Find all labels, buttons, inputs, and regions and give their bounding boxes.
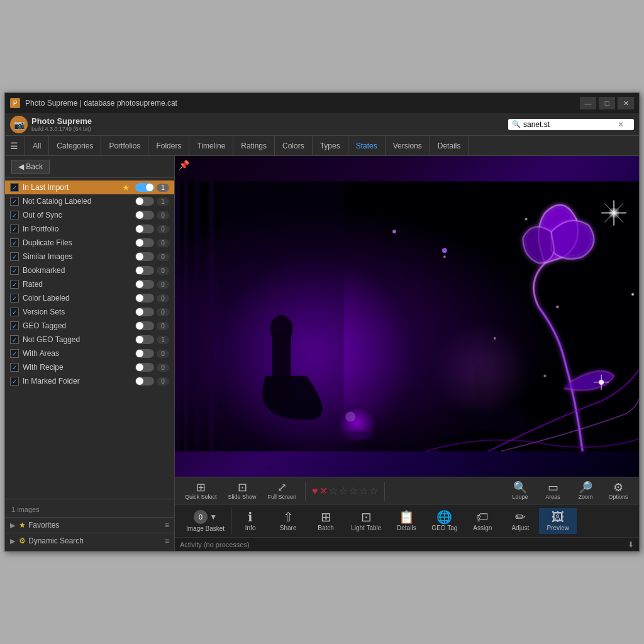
star-3[interactable]: ☆ [349, 485, 358, 497]
heart-rating[interactable]: ♥ [312, 486, 318, 497]
checkbox-bookmarked: ✓ [10, 266, 19, 275]
tab-ratings[interactable]: Ratings [233, 136, 275, 156]
header-row: 📷 Photo Supreme build 4.3.0.1749 (64 bit… [5, 113, 639, 136]
filter-duplicate-files[interactable]: ✓ Duplicate Files 0 [5, 236, 174, 250]
checkbox-version-sets: ✓ [10, 308, 19, 316]
toggle-switch-version-sets[interactable] [135, 308, 154, 316]
favorites-menu-icon[interactable]: ≡ [165, 521, 169, 530]
toggle-out-of-sync: 0 [133, 211, 169, 219]
search-input[interactable] [523, 120, 618, 129]
star-4[interactable]: ☆ [359, 485, 368, 497]
adjust-button[interactable]: ✏ Adjust [501, 508, 539, 534]
toggle-switch-in-portfolio[interactable] [135, 225, 154, 233]
toggle-switch-with-areas[interactable] [135, 349, 154, 358]
star-5[interactable]: ☆ [369, 485, 378, 497]
close-button[interactable]: ✕ [618, 97, 634, 109]
status-bar: Activity (no processes) ⬇ [175, 537, 639, 551]
filter-out-of-sync[interactable]: ✓ Out of Sync 0 [5, 208, 174, 222]
toggle-switch-out-of-sync[interactable] [135, 211, 154, 219]
filter-not-geo-tagged[interactable]: ✓ Not GEO Tagged 1 [5, 333, 174, 347]
toggle-switch-geo-tagged[interactable] [135, 321, 154, 330]
star-1[interactable]: ☆ [329, 485, 338, 497]
filter-in-marked-folder[interactable]: ✓ In Marked Folder 0 [5, 374, 174, 388]
dynamic-search-section[interactable]: ▶ ⚙ Dynamic Search ≡ [5, 533, 174, 548]
loupe-button[interactable]: 🔍 Loupe [504, 480, 536, 501]
filter-with-recipe[interactable]: ✓ With Recipe 0 [5, 360, 174, 374]
right-panel: 📌 ⊞ Quick Select ⊡ Slide Show ⤢ F [175, 156, 639, 551]
app-version: build 4.3.0.1749 (64 bit) [31, 126, 92, 132]
minimize-button[interactable]: — [580, 97, 596, 109]
search-icon: 🔍 [512, 120, 521, 128]
toggle-switch-not-geo-tagged[interactable] [135, 335, 154, 344]
tab-types[interactable]: Types [313, 136, 348, 156]
toggle-switch-similar-images[interactable] [135, 252, 154, 261]
tab-all[interactable]: All [25, 136, 49, 156]
toggle-switch-rated[interactable] [135, 280, 154, 289]
geo-tag-button[interactable]: 🌐 GEO Tag [425, 508, 464, 534]
full-screen-button[interactable]: ⤢ Full Screen [263, 480, 302, 501]
tab-categories[interactable]: Categories [49, 136, 101, 156]
areas-button[interactable]: ▭ Areas [537, 480, 569, 501]
slide-show-button[interactable]: ⊡ Slide Show [223, 480, 262, 501]
filter-version-sets[interactable]: ✓ Version Sets 0 [5, 305, 174, 319]
toggle-switch-not-catalog-labeled[interactable] [135, 197, 154, 206]
options-button[interactable]: ⚙ Options [602, 480, 634, 501]
basket-dropdown-button[interactable]: ▼ [209, 513, 217, 521]
preview-button[interactable]: 🖼 Preview [539, 508, 577, 534]
search-clear-button[interactable]: ✕ [618, 120, 624, 129]
light-table-button[interactable]: ⊡ Light Table [345, 508, 387, 534]
checkbox-not-catalog-labeled: ✓ [10, 197, 19, 206]
favorites-expand-icon: ▶ [10, 521, 15, 530]
filter-not-catalog-labeled[interactable]: ✓ Not Catalog Labeled 1 [5, 194, 174, 208]
tab-versions[interactable]: Versions [386, 136, 430, 156]
checkbox-in-marked-folder: ✓ [10, 377, 19, 386]
batch-button[interactable]: ⊞ Batch [307, 508, 345, 534]
filter-in-last-import[interactable]: ✓ In Last Import ★ 1 [5, 180, 174, 194]
checkbox-similar-images: ✓ [10, 252, 19, 261]
filter-rated[interactable]: ✓ Rated 0 [5, 277, 174, 291]
maximize-button[interactable]: □ [599, 97, 615, 109]
search-box[interactable]: 🔍 ✕ [508, 119, 634, 130]
preview-icon: 🖼 [552, 511, 564, 523]
info-button[interactable]: ℹ Info [231, 508, 269, 534]
tab-folders[interactable]: Folders [148, 136, 189, 156]
geo-tag-icon: 🌐 [436, 511, 452, 523]
assign-button[interactable]: 🏷 Assign [464, 508, 501, 534]
options-label: Options [608, 494, 628, 500]
filter-color-labeled[interactable]: ✓ Color Labeled 0 [5, 291, 174, 305]
app-icon: P [10, 98, 20, 108]
tab-colors[interactable]: Colors [275, 136, 313, 156]
toggle-with-recipe: 0 [133, 363, 169, 372]
details-button[interactable]: 📋 Details [387, 508, 425, 534]
toggle-switch-duplicate-files[interactable] [135, 238, 154, 247]
share-button[interactable]: ⇧ Share [269, 508, 307, 534]
tab-timeline[interactable]: Timeline [189, 136, 233, 156]
filter-geo-tagged[interactable]: ✓ GEO Tagged 0 [5, 319, 174, 333]
toggle-switch-in-last-import[interactable] [135, 183, 154, 192]
dynamic-search-menu-icon[interactable]: ≡ [165, 536, 169, 545]
menu-icon[interactable]: ☰ [10, 141, 18, 151]
tab-details[interactable]: Details [430, 136, 469, 156]
reject-rating[interactable]: ✕ [319, 485, 328, 497]
count-rated: 0 [157, 280, 169, 289]
toggle-switch-in-marked-folder[interactable] [135, 377, 154, 386]
star-2[interactable]: ☆ [339, 485, 348, 497]
toggle-switch-bookmarked[interactable] [135, 266, 154, 275]
checkbox-not-geo-tagged: ✓ [10, 335, 19, 344]
favorites-section[interactable]: ▶ ★ Favorites ≡ [5, 517, 174, 533]
filter-bookmarked[interactable]: ✓ Bookmarked 0 [5, 264, 174, 277]
quick-select-button[interactable]: ⊞ Quick Select [180, 480, 222, 501]
back-button[interactable]: ◀ Back [11, 160, 50, 174]
filter-in-portfolio[interactable]: ✓ In Portfolio 0 [5, 222, 174, 236]
toggle-similar-images: 0 [133, 252, 169, 261]
zoom-button[interactable]: 🔎 Zoom [570, 480, 601, 501]
toggle-switch-with-recipe[interactable] [135, 363, 154, 372]
loupe-icon: 🔍 [513, 482, 527, 493]
count-duplicate-files: 0 [157, 239, 169, 247]
toggle-switch-color-labeled[interactable] [135, 294, 154, 303]
toggle-color-labeled: 0 [133, 294, 169, 303]
tab-portfolios[interactable]: Portfolios [101, 136, 148, 156]
tab-states[interactable]: States [348, 136, 386, 156]
filter-with-areas[interactable]: ✓ With Areas 0 [5, 347, 174, 360]
filter-similar-images[interactable]: ✓ Similar Images 0 [5, 250, 174, 264]
